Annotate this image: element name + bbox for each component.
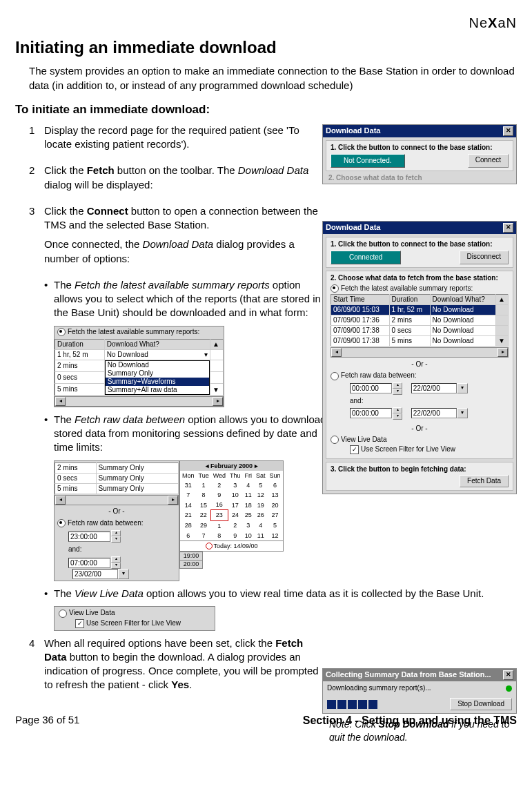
step-number: 3	[29, 204, 44, 271]
date-to-combo[interactable]: ▾	[411, 408, 468, 418]
summary-table: DurationDownload What?▲ 1 hr, 52 mNo Dow…	[55, 339, 224, 396]
table-row[interactable]: 07/09/00 17:380 secsNo Download	[331, 326, 509, 336]
radio-view-live[interactable]	[331, 436, 339, 444]
page-heading: Initiating an immediate download	[15, 37, 517, 59]
time-spinner: ▴▾	[68, 556, 121, 569]
bullet-icon: •	[44, 413, 54, 455]
bullet-text: The Fetch raw data between option allows…	[54, 413, 329, 455]
bullet-text: The Fetch the latest available summary r…	[54, 278, 329, 320]
step-4: 4 When all required options have been se…	[29, 636, 319, 698]
bullet-view-live: • The View Live Data option allows you t…	[44, 587, 493, 601]
step-number: 1	[29, 124, 44, 157]
connection-status: Not Connected.	[331, 154, 405, 168]
fetch-data-button[interactable]: Fetch Data	[460, 475, 509, 487]
radio-icon	[59, 610, 67, 618]
date-combo: ▾	[72, 569, 129, 579]
intro-paragraph: The system provides an option to make an…	[29, 64, 517, 92]
procedure-heading: To initiate an immediate download:	[15, 102, 517, 118]
step-2: 2 Click the Fetch button on the toolbar.…	[29, 164, 329, 197]
status-led-icon	[506, 685, 512, 692]
bullet-fetch-raw: • The Fetch raw data between option allo…	[44, 413, 329, 455]
step-text: Display the record page for the required…	[44, 124, 329, 152]
brand-logo: NeXaN	[15, 14, 517, 32]
connection-status: Connected	[331, 251, 401, 264]
date-from-combo[interactable]: ▾	[411, 383, 468, 393]
step-text: When all required options have been set,…	[44, 636, 319, 692]
download-what-dropdown: No Download Summary Only Summary+Wavefor…	[105, 360, 210, 395]
table-row[interactable]: 07/09/00 17:362 minsNo Download	[331, 315, 509, 326]
disconnect-button[interactable]: Disconnect	[460, 251, 509, 264]
bullet-icon: •	[44, 587, 54, 601]
screenshot-download-not-connected: Download Data✕ 1. Click the button to co…	[322, 124, 517, 184]
connect-button[interactable]: Connect	[468, 154, 509, 168]
radio-icon	[57, 519, 66, 527]
reports-table[interactable]: Start TimeDurationDownload What?▲ 06/09/…	[331, 294, 509, 347]
screenshot-raw-data-calendar: 2 minsSummary Only 0 secsSummary Only 5 …	[54, 460, 329, 581]
step-number: 4	[29, 636, 44, 698]
time-from-spinner[interactable]: ▴▾	[350, 382, 402, 395]
checkbox-screen-filter[interactable]: ✓	[350, 445, 359, 454]
step-1: 1 Display the record page for the requir…	[29, 124, 329, 157]
close-icon: ✕	[503, 223, 513, 233]
screenshot-summary-dropdown: Fetch the latest available summary repor…	[54, 326, 224, 407]
screenshot-progress-and-note: Collecting Summary Data from Base Statio…	[322, 668, 517, 741]
scrollbar-horizontal[interactable]: ◂▸	[331, 347, 509, 358]
time-to-spinner[interactable]: ▴▾	[350, 407, 402, 420]
bullet-text: The View Live Data option allows you to …	[54, 587, 493, 601]
checkbox-icon: ✓	[75, 619, 84, 628]
step-text: Click the Connect button to open a conne…	[44, 204, 329, 233]
close-icon: ✕	[503, 126, 513, 136]
bullet-icon: •	[44, 278, 54, 320]
table-row[interactable]: 07/09/00 17:385 minsNo Download▼	[331, 336, 509, 347]
radio-fetch-latest[interactable]	[331, 284, 339, 293]
radio-icon	[57, 328, 66, 336]
step-text: Once connected, the Download Data dialog…	[44, 237, 329, 266]
progress-bar	[327, 700, 377, 709]
radio-fetch-raw[interactable]	[331, 372, 339, 380]
bullet-fetch-latest: • The Fetch the latest available summary…	[44, 278, 329, 320]
close-icon: ✕	[503, 670, 513, 680]
calendar-popup: ◂ February 2000 ▸ MonTueWedThuFriSatSun …	[179, 460, 284, 552]
time-spinner: ▴▾	[68, 530, 121, 543]
screenshot-download-connected: Download Data✕ 1. Click the button to co…	[322, 221, 517, 494]
note-text: Note: Click Stop Download if you need to…	[329, 718, 515, 741]
step-number: 2	[29, 164, 44, 197]
table-row[interactable]: 06/09/00 15:031 hr, 52 mNo Download	[331, 305, 509, 315]
scrollbar-horizontal: ◂▸	[55, 396, 224, 407]
step-text: Click the Fetch button on the toolbar. T…	[44, 164, 329, 192]
page-number: Page 36 of 51	[15, 713, 79, 728]
screenshot-view-live: View Live Data ✓Use Screen Filter for Li…	[54, 606, 215, 630]
stop-download-button[interactable]: Stop Download	[450, 698, 512, 710]
step-3: 3 Click the Connect button to open a con…	[29, 204, 329, 271]
section-faded: 2. Choose what data to fetch	[323, 174, 516, 184]
